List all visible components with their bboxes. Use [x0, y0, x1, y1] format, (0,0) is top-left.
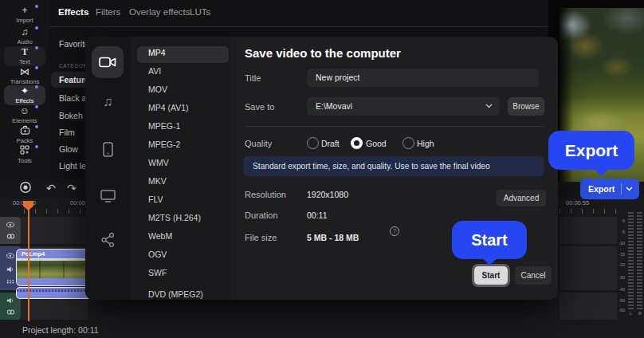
tab-effects[interactable]: Effects [58, 7, 88, 17]
help-icon[interactable]: ? [390, 226, 399, 236]
radio-draft[interactable] [307, 137, 319, 149]
speaker-icon[interactable] [6, 297, 14, 304]
eye-icon[interactable] [6, 253, 14, 259]
tab-filters[interactable]: Filters [96, 7, 120, 17]
transitions-icon: ⋈ [4, 66, 45, 77]
sidebar-item-tools[interactable]: Tools [4, 145, 45, 165]
format-item-mp4[interactable]: MP4 [137, 46, 229, 63]
app-window: ↶ ↷ 00:00:00 00:00:05 00:00:55 [0, 0, 644, 338]
sidebar-item-import[interactable]: + Import [4, 5, 45, 25]
redo-icon[interactable]: ↷ [67, 182, 77, 195]
packs-icon [4, 125, 45, 136]
track-lane[interactable] [560, 217, 617, 244]
playhead-line[interactable] [28, 202, 29, 321]
undo-icon[interactable]: ↶ [46, 182, 56, 195]
quality-label: Quality [245, 139, 272, 148]
plus-icon: + [4, 5, 45, 16]
format-item-mp4-av1[interactable]: MP4 (AV1) [137, 101, 229, 118]
quality-info-banner: Standard export time, size, and quality.… [243, 156, 544, 176]
export-dialog-content: Save video to the computer Title New pro… [230, 37, 558, 300]
record-icon[interactable] [19, 181, 32, 196]
track-header-overlay[interactable] [0, 217, 21, 244]
tab-luts[interactable]: LUTs [190, 7, 210, 17]
cancel-button[interactable]: Cancel [515, 266, 552, 285]
meter-channel-right: R [638, 311, 642, 316]
meter-scale-label: -5 [615, 230, 625, 234]
dialog-heading: Save video to the computer [245, 46, 401, 60]
eye-icon[interactable] [6, 222, 14, 228]
format-item-flv[interactable]: FLV [137, 193, 229, 210]
sidebar-item-text[interactable]: T Text [4, 46, 45, 66]
category-film[interactable]: Film [59, 128, 75, 137]
format-item-clipped[interactable]: DVD (MPEG2) [137, 288, 229, 300]
track-lane[interactable] [560, 293, 617, 320]
chevron-down-icon [485, 104, 493, 108]
format-list: MP4 AVI MOV MP4 (AV1) MPEG-1 MPEG-2 WMV … [131, 37, 230, 300]
sidebar-item-elements[interactable]: ☺ Elements [4, 105, 45, 125]
video-clip[interactable]: Pct.mp4 [16, 249, 88, 286]
radio-good-label[interactable]: Good [366, 139, 387, 148]
meter-scale-label: 0 [615, 218, 625, 223]
radio-good[interactable] [351, 137, 363, 149]
category-glow[interactable]: Glow [59, 144, 78, 154]
sidebar-item-audio[interactable]: ♫ Audio [4, 26, 45, 46]
notification-dot [35, 66, 38, 69]
audio-format-icon[interactable]: ♫ [85, 94, 131, 110]
browse-button[interactable]: Browse [508, 97, 544, 116]
save-to-select[interactable]: E:\Movavi [307, 97, 500, 116]
format-item-wmv[interactable]: WMV [137, 156, 229, 173]
audio-clip[interactable] [16, 287, 88, 299]
meter-scale-label: -20 [615, 262, 625, 267]
advanced-button[interactable]: Advanced [497, 190, 546, 206]
export-target-rail: ♫ [85, 37, 131, 300]
export-button[interactable]: Export [580, 179, 639, 199]
radio-high-label[interactable]: High [417, 139, 434, 148]
format-item-mkv[interactable]: MKV [137, 175, 229, 191]
notification-dot [35, 105, 38, 108]
sidebar-item-transitions[interactable]: ⋈ Transitions [4, 66, 45, 86]
format-item-webm[interactable]: WebM [137, 230, 229, 246]
format-item-mov[interactable]: MOV [137, 83, 229, 100]
text-icon: T [4, 46, 45, 57]
meter-scale-label: -10 [615, 241, 625, 246]
tools-icon [4, 145, 45, 156]
format-item-swf[interactable]: SWF [137, 266, 229, 283]
title-input[interactable]: New project [307, 69, 539, 87]
resolution-value: 1920x1080 [307, 190, 348, 199]
speaker-icon[interactable] [6, 266, 14, 273]
device-format-icon[interactable] [85, 142, 131, 160]
computer-format-icon[interactable] [92, 46, 124, 78]
meter-channel-left: L [630, 311, 632, 316]
radio-draft-label[interactable]: Draft [321, 139, 340, 148]
notification-dot [35, 85, 38, 88]
meter-scale-label: -50 [615, 298, 625, 303]
chevron-down-icon[interactable] [626, 187, 633, 191]
category-bokeh[interactable]: Bokeh [59, 111, 83, 120]
ruler-ticks[interactable] [24, 209, 88, 214]
save-to-value: E:\Movavi [316, 101, 352, 111]
meter-column-left [628, 212, 634, 309]
sidebar-item-effects[interactable]: ✦ Effects [4, 85, 45, 105]
format-item-avi[interactable]: AVI [137, 65, 229, 81]
link-icon[interactable] [6, 309, 15, 315]
share-icon[interactable] [85, 233, 131, 250]
format-item-ogv[interactable]: OGV [137, 248, 229, 265]
ruler-ticks[interactable] [560, 209, 618, 214]
file-size-label: File size [245, 233, 277, 242]
link-icon[interactable] [6, 234, 15, 239]
tv-format-icon[interactable] [85, 190, 131, 206]
notification-dot [35, 145, 38, 148]
sidebar-item-packs[interactable]: Packs [4, 125, 45, 145]
tab-overlay-effects[interactable]: Overlay effects [129, 7, 190, 17]
radio-high[interactable] [402, 137, 414, 149]
dots-icon[interactable] [6, 279, 14, 284]
meter-column-right [637, 212, 642, 309]
format-item-mpeg1[interactable]: MPEG-1 [137, 120, 229, 136]
format-item-mpeg2[interactable]: MPEG-2 [137, 138, 229, 155]
track-lane[interactable] [21, 217, 88, 244]
format-item-m2ts[interactable]: M2TS (H.264) [137, 211, 229, 228]
meter-scale-label: -60 [615, 308, 625, 312]
track-lane[interactable] [560, 246, 617, 290]
music-note-icon: ♫ [4, 26, 45, 37]
start-button[interactable]: Start [474, 266, 508, 285]
